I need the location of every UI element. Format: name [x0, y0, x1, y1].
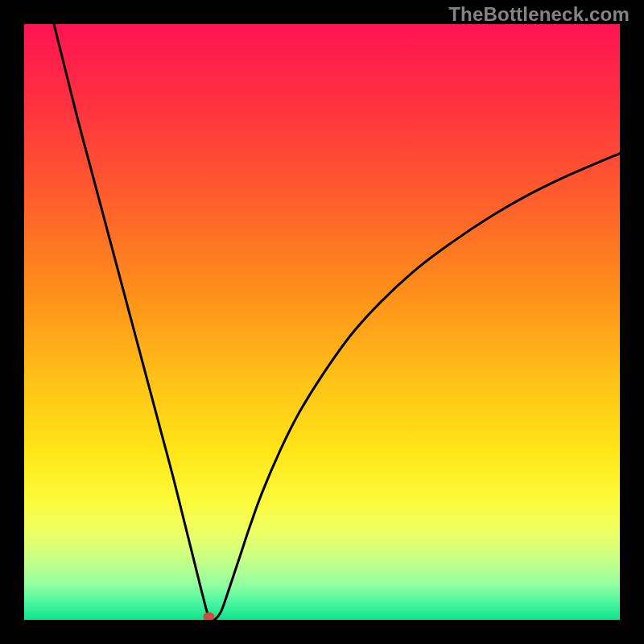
gradient-background — [24, 24, 620, 620]
chart-container: TheBottleneck.com — [0, 0, 644, 644]
watermark-text: TheBottleneck.com — [448, 3, 630, 26]
chart-plot — [24, 24, 620, 620]
